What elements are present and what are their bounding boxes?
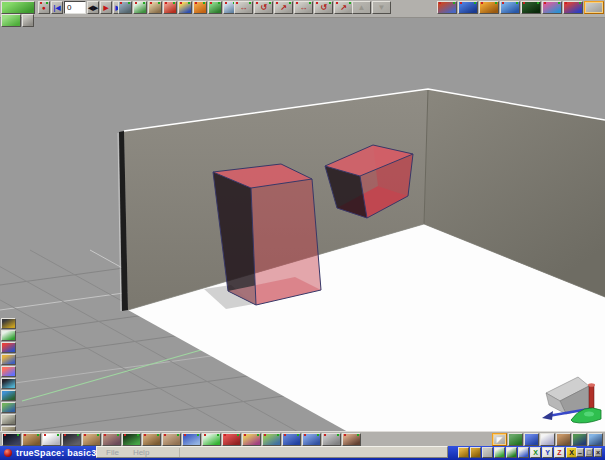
menu-item-file[interactable]: File xyxy=(106,448,119,457)
top-toolbar: ●|◀ 0 ◀▶▶▶| ↔↺↗↔↺↗ ▲▼ xyxy=(0,0,605,18)
frame-counter-field[interactable]: 0 xyxy=(64,1,86,14)
material-preview-icon[interactable] xyxy=(1,318,16,329)
open-folder-icon[interactable] xyxy=(458,447,469,458)
lasso-select-icon[interactable] xyxy=(202,433,221,446)
view-layout2-icon[interactable] xyxy=(506,447,517,458)
maximize-button[interactable]: □ xyxy=(585,448,593,457)
object-info-widget xyxy=(1,1,36,27)
terrain-view-icon[interactable] xyxy=(556,433,571,446)
top-right-icons xyxy=(437,1,605,14)
spheres-group-icon[interactable] xyxy=(1,354,16,365)
lathe-tool-icon[interactable] xyxy=(521,1,541,14)
window-title: trueSpace: basic3 xyxy=(16,448,96,458)
view-mode-icons: ◤ xyxy=(492,433,604,446)
uv-scissors-icon[interactable] xyxy=(1,330,16,341)
grid-snap-button[interactable] xyxy=(22,14,34,27)
cube-primitive-icon[interactable] xyxy=(142,433,161,446)
widget-red-post xyxy=(589,385,594,408)
torus-primitive-icon[interactable] xyxy=(122,433,141,446)
title-bar: trueSpace: basic3 FileHelp XYZX –□× xyxy=(0,446,605,460)
top-tool-icons xyxy=(118,1,238,14)
rotate-object-icon[interactable]: ↺ xyxy=(254,1,273,14)
step-frame-button[interactable]: ◀▶ xyxy=(87,1,99,14)
environment-map-icon[interactable] xyxy=(1,390,16,401)
paint-face-icon[interactable] xyxy=(182,433,201,446)
view-layout-icon[interactable] xyxy=(494,447,505,458)
first-frame-button[interactable]: |◀ xyxy=(51,1,63,14)
bottom-toolbar: ◤ xyxy=(0,431,605,447)
select-arrow-icon[interactable]: ◤ xyxy=(492,433,507,446)
app-icon[interactable] xyxy=(4,449,12,457)
wave-tool-icon[interactable] xyxy=(282,433,301,446)
nav-up-arrow-icon[interactable]: ▲ xyxy=(352,1,371,14)
render-view-icon[interactable] xyxy=(572,433,587,446)
animation-controls: ●|◀ 0 ◀▶▶▶| xyxy=(38,1,126,14)
viewport-3d[interactable] xyxy=(0,17,605,431)
transform-tool-icons: ↔↺↗↔↺↗ xyxy=(234,1,354,14)
move-axes-icon[interactable]: ↔ xyxy=(294,1,313,14)
bone-tool-icon[interactable] xyxy=(322,433,341,446)
texture-map-icon[interactable] xyxy=(542,1,562,14)
record-button[interactable]: ● xyxy=(38,1,50,14)
material-side-toolbar xyxy=(0,318,18,438)
run-figure-icon[interactable] xyxy=(163,1,177,14)
landscape-tool-icon[interactable] xyxy=(262,433,281,446)
menu-item-help[interactable]: Help xyxy=(133,448,149,457)
nav-down-arrow-icon[interactable]: ▼ xyxy=(372,1,391,14)
axis-widget-icon[interactable] xyxy=(518,447,529,458)
scene-canvas xyxy=(0,17,605,431)
uv-mapping-icon[interactable] xyxy=(458,1,478,14)
sphere-deform-icon[interactable] xyxy=(178,1,192,14)
rotate-axes-icon[interactable]: ↺ xyxy=(314,1,333,14)
deform-object-icon[interactable] xyxy=(222,433,241,446)
y-axis-icon[interactable]: Y xyxy=(542,447,553,458)
window-buttons: –□× xyxy=(576,448,603,457)
crossed-tools-icon[interactable] xyxy=(1,414,16,425)
color-pills-icon[interactable] xyxy=(1,342,16,353)
material-palette-icon[interactable] xyxy=(242,433,261,446)
primitive-icons xyxy=(2,433,362,446)
orbit-path-icon[interactable] xyxy=(133,1,147,14)
keyframe-list-icon[interactable] xyxy=(118,1,132,14)
minimize-button[interactable]: – xyxy=(576,448,584,457)
landscape-map-icon[interactable] xyxy=(1,402,16,413)
z-axis-icon[interactable]: Z xyxy=(554,447,565,458)
spacer-button[interactable] xyxy=(482,447,493,458)
terrain-primitive-icon[interactable] xyxy=(82,433,101,446)
move-object-icon[interactable]: ↔ xyxy=(234,1,253,14)
x-axis-icon[interactable]: X xyxy=(530,447,541,458)
sphere-primitive-icon[interactable] xyxy=(42,433,61,446)
box-deform-icon[interactable] xyxy=(193,1,207,14)
play-button[interactable]: ▶ xyxy=(100,1,112,14)
new-scene-icon[interactable] xyxy=(540,433,555,446)
sweep-view-icon[interactable] xyxy=(588,433,603,446)
plane-primitive-icon[interactable] xyxy=(22,433,41,446)
scale-object-icon[interactable]: ↗ xyxy=(274,1,293,14)
save-folder-icon[interactable] xyxy=(470,447,481,458)
sweep-tool-icon[interactable] xyxy=(500,1,520,14)
weave-primitive-icon[interactable] xyxy=(162,433,181,446)
snowflake-tool-icon[interactable] xyxy=(302,433,321,446)
grid-view-icon[interactable] xyxy=(524,433,539,446)
titlebar-icons: XYZX xyxy=(458,447,578,458)
boolean-tool-icon[interactable] xyxy=(563,1,583,14)
current-object-state-button[interactable] xyxy=(1,1,35,14)
rainbow-palette-icon[interactable] xyxy=(1,366,16,377)
load-object-icon[interactable] xyxy=(479,1,499,14)
close-button[interactable]: × xyxy=(594,448,602,457)
object-substate-button[interactable] xyxy=(1,14,21,27)
object-widget-row1 xyxy=(1,1,36,14)
teapot-primitive-icon[interactable] xyxy=(102,433,121,446)
rocket-tool-icon[interactable] xyxy=(62,433,81,446)
object-widget-row2 xyxy=(1,14,36,27)
scale-axes-icon[interactable]: ↗ xyxy=(334,1,353,14)
plane-view-icon[interactable] xyxy=(508,433,523,446)
tall-red-box[interactable] xyxy=(213,164,321,305)
actor-figure-icon[interactable] xyxy=(148,1,162,14)
avatar-face-icon[interactable] xyxy=(342,433,361,446)
active-tool-icon[interactable] xyxy=(584,1,604,14)
wedge-tool-icon[interactable] xyxy=(208,1,222,14)
paint-over-icon[interactable] xyxy=(437,1,457,14)
shiny-object-icon[interactable] xyxy=(1,378,16,389)
spiral-primitive-icon[interactable] xyxy=(2,433,21,446)
